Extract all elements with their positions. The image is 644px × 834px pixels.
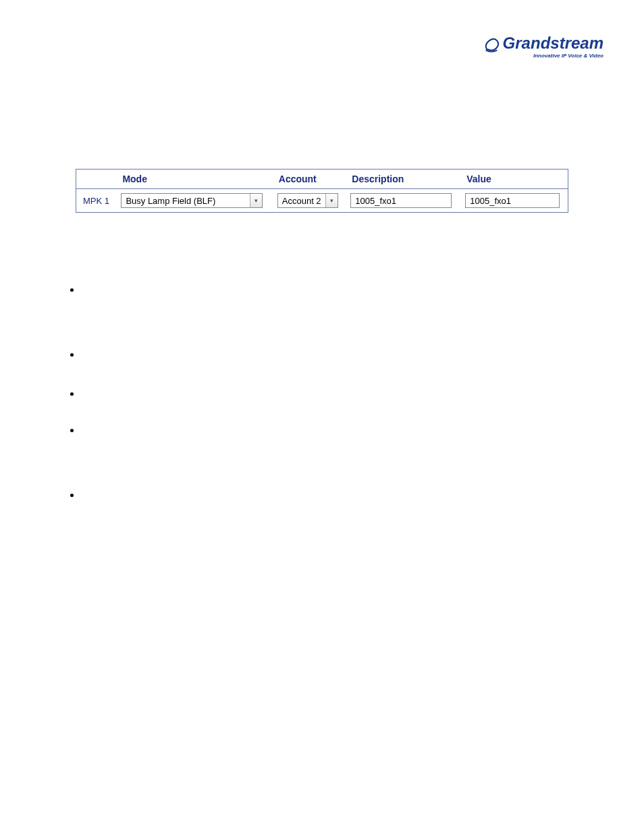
logo: Grandstream Innovative IP Voice & Video [482,34,603,59]
header-blank [76,170,116,189]
list-item [81,388,84,390]
header-mode: Mode [115,170,271,189]
list-item [81,284,84,286]
chevron-down-icon: ▾ [250,194,262,207]
mpk-config-table: Mode Account Description Value MPK 1 Bus… [76,169,568,213]
list-item [81,348,84,351]
bullet-list [81,284,84,528]
list-item [81,489,84,492]
table-header-row: Mode Account Description Value [76,170,568,189]
row-label: MPK 1 [76,189,116,213]
chevron-down-icon: ▾ [325,194,338,207]
list-item [81,424,84,427]
header-account: Account [272,170,346,189]
header-value: Value [460,170,568,189]
account-select[interactable]: Account 2 ▾ [277,193,338,208]
logo-mark-icon [482,35,501,54]
mode-select[interactable]: Busy Lamp Field (BLF) ▾ [121,193,263,208]
value-input[interactable] [465,193,560,208]
logo-brand: Grandstream [503,34,603,52]
mode-select-value: Busy Lamp Field (BLF) [122,194,250,207]
table-row: MPK 1 Busy Lamp Field (BLF) ▾ Account 2 … [76,189,568,213]
account-select-value: Account 2 [278,194,325,207]
description-input[interactable] [350,193,452,208]
header-description: Description [345,170,460,189]
